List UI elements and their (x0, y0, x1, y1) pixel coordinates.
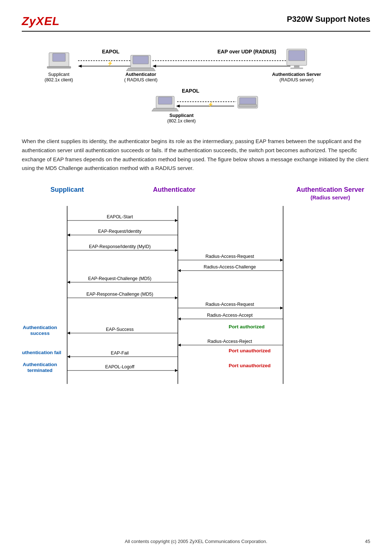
svg-text:success: success (30, 331, 49, 336)
svg-text:Radius-Access-Request: Radius-Access-Request (205, 254, 254, 259)
page-title: P320W Support Notes (287, 15, 370, 24)
svg-text:EAP-Request/Identity: EAP-Request/Identity (98, 229, 142, 234)
svg-text:EAPOL: EAPOL (182, 88, 200, 94)
topology-diagram: EAPOL ⚡ EAP over UDP (RADIUS) (22, 42, 370, 126)
svg-text:( RADIUS client): ( RADIUS client) (124, 77, 158, 82)
svg-rect-12 (53, 53, 65, 61)
svg-text:Port unauthorized: Port unauthorized (229, 363, 271, 368)
svg-marker-82 (175, 369, 178, 372)
svg-text:EAP-Success: EAP-Success (106, 327, 134, 332)
svg-marker-78 (67, 355, 70, 358)
svg-text:Authentication Server: Authentication Server (272, 72, 321, 77)
svg-rect-18 (289, 50, 305, 61)
svg-marker-10 (152, 65, 156, 68)
svg-text:Port unauthorized: Port unauthorized (229, 348, 271, 353)
svg-marker-65 (280, 307, 283, 309)
svg-text:⚡: ⚡ (107, 60, 113, 66)
svg-text:terminated: terminated (27, 368, 52, 373)
body-paragraph: When the client supplies its identity, t… (22, 137, 370, 173)
svg-rect-13 (47, 66, 71, 68)
svg-text:EAP-Response-Challenge (MD5): EAP-Response-Challenge (MD5) (86, 292, 153, 297)
svg-text:Authentication fail: Authentication fail (22, 350, 61, 355)
page-number: 45 (365, 539, 370, 544)
svg-marker-47 (67, 234, 70, 236)
svg-rect-32 (240, 98, 256, 104)
svg-marker-56 (178, 269, 181, 272)
svg-text:EAPOL-Logoff: EAPOL-Logoff (105, 364, 135, 369)
svg-marker-59 (67, 281, 70, 284)
svg-text:EAPOL: EAPOL (102, 49, 120, 54)
page-header: ZyXEL P320W Support Notes (22, 15, 370, 32)
svg-text:(802.1x client): (802.1x client) (45, 77, 73, 82)
svg-text:EAP-Request-Challenge (MD5): EAP-Request-Challenge (MD5) (88, 276, 151, 281)
svg-marker-4 (78, 65, 82, 68)
svg-rect-33 (239, 104, 257, 107)
svg-marker-53 (280, 259, 283, 262)
svg-marker-36 (176, 105, 180, 108)
svg-text:Authentication: Authentication (23, 362, 57, 367)
svg-text:Radius-Access-Challenge: Radius-Access-Challenge (204, 264, 256, 270)
svg-text:Authentication: Authentication (23, 325, 57, 330)
svg-marker-50 (175, 249, 178, 252)
svg-text:Supplicant: Supplicant (48, 72, 70, 77)
svg-text:EAP-Response/Identity (MyID): EAP-Response/Identity (MyID) (89, 244, 151, 249)
svg-text:Radius-Access-Request: Radius-Access-Request (205, 302, 254, 307)
svg-text:⚡: ⚡ (208, 101, 214, 108)
svg-marker-30 (152, 108, 179, 111)
svg-text:EAPOL-Start: EAPOL-Start (107, 214, 133, 219)
svg-rect-29 (158, 97, 172, 104)
svg-marker-16 (126, 68, 155, 71)
svg-text:EAP over UDP (RADIUS): EAP over UDP (RADIUS) (217, 49, 276, 54)
svg-marker-62 (175, 296, 178, 299)
message-arrows-svg: EAPOL-Start EAP-Request/Identity EAP-Res… (22, 186, 370, 397)
svg-text:Radius-Access-Accept: Radius-Access-Accept (207, 313, 253, 318)
svg-rect-20 (290, 68, 303, 69)
logo: ZyXEL (22, 15, 60, 28)
svg-rect-19 (294, 65, 299, 68)
svg-text:Port authorized: Port authorized (229, 324, 265, 329)
svg-text:EAP-Fail: EAP-Fail (111, 351, 128, 356)
svg-text:Authenticator: Authenticator (126, 72, 156, 77)
svg-text:(RADIUS server): (RADIUS server) (279, 77, 314, 82)
svg-marker-71 (67, 332, 70, 335)
svg-text:Radius-Access-Reject: Radius-Access-Reject (208, 339, 252, 344)
svg-marker-75 (178, 344, 181, 347)
svg-marker-44 (175, 219, 178, 222)
svg-text:(802.1x client): (802.1x client) (167, 118, 196, 123)
svg-text:Supplicant: Supplicant (170, 113, 194, 118)
svg-marker-68 (178, 317, 181, 320)
footer-copyright: All contents copyright (c) 2005 ZyXEL Co… (0, 539, 392, 544)
svg-rect-15 (133, 56, 148, 64)
message-exchange-diagram: Supplicant Authenticator Authentication … (22, 186, 370, 397)
